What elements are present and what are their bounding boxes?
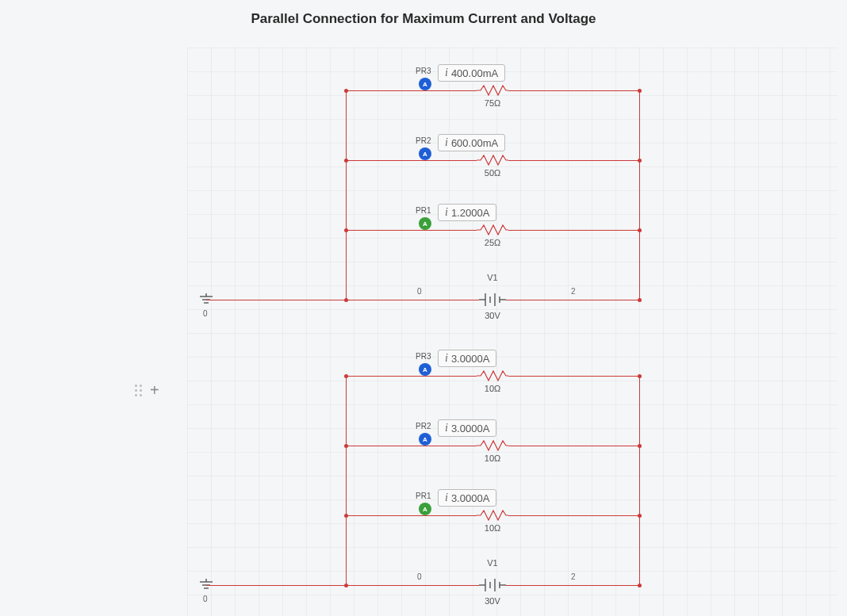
probe-name: PR3: [416, 352, 431, 361]
probe-reading: i400.00mA: [438, 64, 505, 82]
wire: [506, 300, 639, 300]
resistor-icon: [477, 224, 508, 235]
resistor-icon: [477, 510, 508, 521]
node-label: 2: [571, 572, 576, 581]
wire: [346, 90, 477, 91]
probe-reading-value: 600.00mA: [451, 137, 498, 149]
circuit-node: [638, 298, 642, 302]
add-icon[interactable]: +: [150, 382, 159, 398]
wire: [346, 160, 477, 161]
probe-reading-value: 3.0000A: [451, 492, 489, 504]
circuit-node: [344, 514, 348, 518]
resistor-icon: [477, 440, 508, 451]
circuit-1: 0 75Ω PR3 A i400.00mA 50Ω PR2 A i60: [187, 48, 663, 317]
resistor-icon: [477, 155, 508, 166]
probe-reading: i3.0000A: [438, 419, 496, 437]
page-title: Parallel Connection for Maximum Current …: [0, 11, 847, 27]
ammeter-icon: A: [419, 78, 431, 90]
source-value: 30V: [485, 596, 500, 606]
ammeter-icon: A: [419, 503, 431, 515]
probe-reading-value: 400.00mA: [451, 67, 498, 79]
branch: 10Ω PR2 A i3.0000A: [346, 446, 639, 469]
wire: [508, 376, 639, 377]
wire: [346, 446, 477, 446]
wire: [639, 376, 640, 585]
node-label: 0: [417, 572, 422, 581]
circuit-node: [638, 228, 642, 232]
source-name: V1: [487, 273, 497, 282]
circuit-node: [344, 444, 348, 448]
wire: [508, 230, 639, 231]
ground-label: 0: [203, 309, 208, 318]
resistor-value: 10Ω: [485, 453, 500, 463]
ground-label: 0: [203, 595, 208, 603]
wire: [346, 300, 479, 300]
probe-reading: i600.00mA: [438, 134, 505, 151]
circuit-node: [638, 444, 642, 448]
probe-reading-value: 1.2000A: [451, 207, 489, 219]
probe-name: PR1: [416, 206, 431, 215]
probe-reading: i3.0000A: [438, 350, 496, 367]
wire: [508, 515, 639, 516]
circuit-node: [638, 514, 642, 518]
branch: 75Ω PR3 A i400.00mA: [346, 90, 639, 114]
resistor-value: 10Ω: [485, 384, 500, 393]
probe-name: PR2: [416, 136, 431, 145]
resistor-value: 50Ω: [485, 168, 500, 178]
branch: 25Ω PR1 A i1.2000A: [346, 230, 639, 254]
node-label: 0: [417, 287, 422, 296]
sidebar-controls: +: [135, 382, 159, 398]
circuit-2: 0 10Ω PR3 A i3.0000A 10Ω PR2 A i3.0000A: [187, 333, 663, 603]
circuit-node: [638, 159, 642, 163]
wire: [346, 90, 347, 300]
wire: [508, 446, 639, 446]
circuit-node: [344, 374, 348, 378]
probe-name: PR2: [416, 422, 431, 430]
probe-reading: i3.0000A: [438, 489, 496, 507]
ammeter-icon: A: [419, 217, 431, 230]
probe-name: PR3: [416, 67, 431, 75]
ammeter-icon: A: [419, 147, 431, 160]
circuit-node: [638, 583, 642, 587]
branch: 50Ω PR2 A i600.00mA: [346, 160, 639, 184]
probe-reading-value: 3.0000A: [451, 423, 489, 434]
wire: [508, 90, 639, 91]
circuit-node: [638, 374, 642, 378]
wire: [346, 376, 477, 377]
ground-icon: [198, 293, 214, 308]
probe-reading: i1.2000A: [438, 204, 496, 221]
source-name: V1: [487, 558, 497, 568]
wire: [346, 230, 477, 231]
wire: [206, 585, 346, 586]
resistor-icon: [477, 370, 508, 381]
resistor-value: 10Ω: [485, 523, 500, 533]
ammeter-icon: A: [419, 363, 431, 376]
circuit-node: [638, 89, 642, 93]
drag-handle-icon[interactable]: [135, 385, 142, 396]
ground-icon: [198, 579, 214, 593]
wire: [346, 515, 477, 516]
voltage-source-icon: [479, 576, 506, 595]
source-value: 30V: [485, 311, 500, 320]
wire: [206, 300, 346, 300]
wire: [639, 90, 640, 300]
probe-reading-value: 3.0000A: [451, 353, 489, 365]
wire: [346, 376, 347, 585]
resistor-value: 75Ω: [485, 98, 500, 108]
wire: [346, 585, 479, 586]
circuit-node: [344, 159, 348, 163]
wire: [506, 585, 639, 586]
circuit-node: [344, 228, 348, 232]
branch: 10Ω PR1 A i3.0000A: [346, 515, 639, 539]
wire: [508, 160, 639, 161]
ammeter-icon: A: [419, 433, 431, 446]
voltage-source-icon: [479, 290, 506, 309]
circuit-node: [344, 89, 348, 93]
resistor-value: 25Ω: [485, 238, 500, 247]
branch: 10Ω PR3 A i3.0000A: [346, 376, 639, 400]
probe-name: PR1: [416, 492, 431, 500]
node-label: 2: [571, 287, 576, 296]
resistor-icon: [477, 85, 508, 96]
